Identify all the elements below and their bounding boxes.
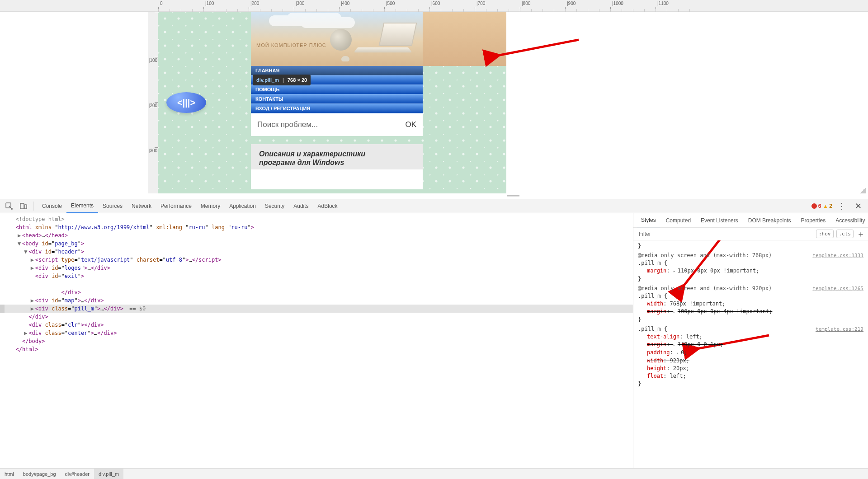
site-nav: ГЛАВНАЯ div.pill_m | 768 × 20 ПОМОЩЬ КОН… — [251, 66, 423, 113]
crumb[interactable]: html — [0, 469, 19, 479]
dom-line[interactable]: ▶<div id="logos">…</div> — [0, 264, 633, 272]
error-count[interactable]: 6 — [811, 203, 821, 209]
ruler-horizontal: 0|100|200|300|400|500|600|700|800|900|10… — [0, 0, 868, 12]
resize-handle-corner[interactable] — [860, 187, 866, 193]
ruler-vertical: |100|200|300 — [148, 12, 158, 193]
devtools-tabbar: ConsoleElementsSourcesNetworkPerformance… — [0, 199, 868, 213]
dom-line[interactable]: </body> — [0, 337, 633, 345]
dom-line[interactable]: ▶<div class="center">…</div> — [0, 329, 633, 337]
site-logo-text: МОЙ КОМПЬЮТЕР ПЛЮС — [256, 42, 326, 48]
dom-line[interactable]: </div> — [0, 313, 633, 321]
rule-source-link[interactable]: template.css:1333 — [812, 252, 863, 259]
devtools-tab-audits[interactable]: Audits — [289, 199, 313, 213]
content-block: Описания и характеристики программ для W… — [251, 144, 423, 189]
dom-line[interactable] — [0, 280, 633, 288]
devtools-tab-memory[interactable]: Memory — [196, 199, 225, 213]
devtools-tab-performance[interactable]: Performance — [156, 199, 196, 213]
devtools-tab-elements[interactable]: Elements — [66, 199, 98, 213]
crumb[interactable]: div.pill_m — [94, 469, 123, 479]
dom-line[interactable]: <div class="clr"></div> — [0, 321, 633, 329]
styles-filter-input[interactable] — [636, 229, 813, 239]
styles-tab-dom-breakpoints[interactable]: DOM Breakpoints — [744, 213, 795, 228]
pill-badge[interactable]: <|||> — [166, 92, 206, 113]
device-frame: МОЙ КОМПЬЮТЕР ПЛЮС ГЛАВНАЯ div.pill_m | … — [158, 12, 506, 193]
elements-panel[interactable]: <!doctype html> <html xmlns="http://www.… — [0, 213, 633, 468]
dom-line[interactable]: ▶<head>…</head> — [0, 231, 633, 240]
warning-count[interactable]: 2 — [823, 203, 832, 209]
dom-line[interactable]: ▶<script type="text/javascript" charset=… — [0, 256, 633, 264]
crumb[interactable]: body#page_bg — [19, 469, 61, 479]
styles-tab-properties[interactable]: Properties — [797, 213, 830, 228]
nav-item-home[interactable]: ГЛАВНАЯ — [251, 66, 423, 75]
hov-toggle[interactable]: :hov — [816, 230, 834, 238]
crumb[interactable]: div#header — [61, 469, 94, 479]
rule-source-link[interactable]: template.css:219 — [816, 325, 863, 333]
styles-filter-row: :hov .cls ＋ — [633, 228, 868, 240]
site-header-image: МОЙ КОМПЬЮТЕР ПЛЮС — [251, 12, 423, 66]
devtools-tab-console[interactable]: Console — [38, 199, 66, 213]
nav-item-hidden[interactable]: div.pill_m | 768 × 20 — [251, 75, 423, 85]
devtools-tab-sources[interactable]: Sources — [98, 199, 127, 213]
device-toggle-icon[interactable] — [17, 200, 30, 212]
devtools-menu-icon[interactable]: ⋮ — [834, 201, 849, 211]
devtools-tab-adblock[interactable]: AdBlock — [313, 199, 342, 213]
device-viewport: 0|100|200|300|400|500|600|700|800|900|10… — [0, 0, 868, 199]
dom-line[interactable]: </html> — [0, 345, 633, 353]
new-rule-icon[interactable]: ＋ — [856, 230, 865, 239]
devtools-tab-security[interactable]: Security — [260, 199, 289, 213]
nav-item-login[interactable]: ВХОД / РЕГИСТРАЦИЯ — [251, 104, 423, 113]
dom-line[interactable]: ▶<div id="map">…</div> — [0, 296, 633, 305]
content-title: Описания и характеристики программ для W… — [259, 150, 415, 167]
dom-line[interactable]: ▶<div class="pill_m">…</div> == $0 — [0, 305, 633, 313]
devtools-tab-network[interactable]: Network — [127, 199, 156, 213]
element-tooltip: div.pill_m | 768 × 20 — [253, 75, 311, 85]
styles-tab-accessibility[interactable]: Accessibility — [831, 213, 868, 228]
inspect-icon[interactable] — [3, 200, 15, 212]
svg-rect-3 — [20, 203, 24, 209]
nav-item-help[interactable]: ПОМОЩЬ — [251, 85, 423, 94]
dom-line[interactable]: ▼<div id="header"> — [0, 248, 633, 256]
styles-panel: StylesComputedEvent ListenersDOM Breakpo… — [633, 213, 868, 468]
search-placeholder: Поиск проблем... — [257, 120, 405, 129]
site-search[interactable]: Поиск проблем... OK — [251, 113, 423, 136]
dom-line[interactable]: <html xmlns="http://www.w3.org/1999/xhtm… — [0, 223, 633, 231]
dom-line[interactable]: </div> — [0, 288, 633, 296]
nav-item-contacts[interactable]: КОНТАКТЫ — [251, 94, 423, 104]
dom-line[interactable]: <!doctype html> — [0, 215, 633, 223]
elements-breadcrumb[interactable]: htmlbody#page_bgdiv#headerdiv.pill_m — [0, 468, 868, 479]
styles-tab-computed[interactable]: Computed — [662, 213, 695, 228]
cls-toggle[interactable]: .cls — [836, 230, 854, 238]
devtools-tab-application[interactable]: Application — [225, 199, 260, 213]
styles-tab-styles[interactable]: Styles — [637, 213, 660, 228]
svg-rect-4 — [24, 205, 27, 209]
resize-handle-horizontal[interactable] — [158, 193, 868, 199]
devtools-close-icon[interactable]: ✕ — [851, 201, 865, 211]
rule-source-link[interactable]: template.css:1265 — [812, 285, 863, 292]
search-ok[interactable]: OK — [405, 120, 416, 129]
styles-tab-event-listeners[interactable]: Event Listeners — [697, 213, 742, 228]
dom-line[interactable]: ▼<body id="page_bg"> — [0, 240, 633, 248]
dom-line[interactable]: <div id="exit"> — [0, 272, 633, 280]
